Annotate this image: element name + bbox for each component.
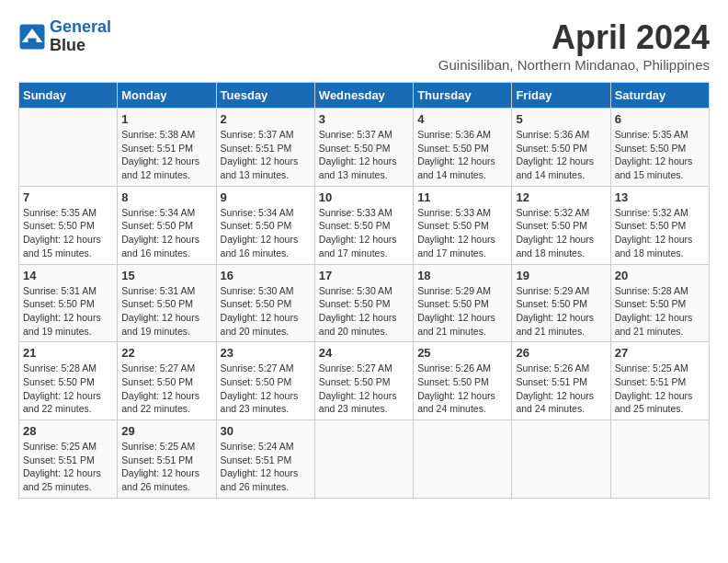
day-number: 20	[615, 269, 705, 282]
calendar-cell: 2 Sunrise: 5:37 AMSunset: 5:51 PMDayligh…	[216, 109, 314, 187]
day-number: 23	[221, 346, 311, 360]
calendar-cell: 15 Sunrise: 5:31 AMSunset: 5:50 PMDaylig…	[118, 264, 216, 342]
month-title: April 2024	[438, 18, 710, 57]
day-number: 16	[221, 269, 311, 282]
calendar-cell: 5 Sunrise: 5:36 AMSunset: 5:50 PMDayligh…	[512, 109, 610, 187]
day-number: 24	[319, 346, 409, 360]
day-info: Sunrise: 5:27 AMSunset: 5:50 PMDaylight:…	[221, 362, 311, 416]
day-number: 30	[221, 424, 311, 438]
day-info: Sunrise: 5:37 AMSunset: 5:50 PMDaylight:…	[319, 128, 409, 182]
calendar-cell: 19 Sunrise: 5:29 AMSunset: 5:50 PMDaylig…	[512, 264, 610, 342]
day-info: Sunrise: 5:31 AMSunset: 5:50 PMDaylight:…	[23, 284, 113, 339]
day-info: Sunrise: 5:37 AMSunset: 5:51 PMDaylight:…	[221, 128, 311, 182]
calendar-cell	[610, 420, 709, 499]
calendar-cell: 7 Sunrise: 5:35 AMSunset: 5:50 PMDayligh…	[19, 186, 118, 264]
day-info: Sunrise: 5:24 AMSunset: 5:51 PMDaylight:…	[221, 440, 311, 494]
logo: General Blue	[18, 18, 111, 55]
day-number: 22	[121, 346, 211, 360]
day-info: Sunrise: 5:30 AMSunset: 5:50 PMDaylight:…	[319, 284, 409, 339]
day-info: Sunrise: 5:32 AMSunset: 5:50 PMDaylight:…	[516, 206, 606, 260]
calendar-cell: 17 Sunrise: 5:30 AMSunset: 5:50 PMDaylig…	[314, 264, 413, 342]
day-info: Sunrise: 5:35 AMSunset: 5:50 PMDaylight:…	[23, 206, 113, 260]
day-info: Sunrise: 5:35 AMSunset: 5:50 PMDaylight:…	[615, 128, 705, 182]
calendar-week-row: 14 Sunrise: 5:31 AMSunset: 5:50 PMDaylig…	[19, 264, 710, 342]
weekday-header-cell: Thursday	[414, 83, 512, 109]
day-number: 12	[516, 190, 606, 204]
logo-icon	[18, 23, 46, 51]
calendar-week-row: 28 Sunrise: 5:25 AMSunset: 5:51 PMDaylig…	[19, 420, 710, 499]
calendar-cell: 12 Sunrise: 5:32 AMSunset: 5:50 PMDaylig…	[512, 186, 610, 264]
day-info: Sunrise: 5:26 AMSunset: 5:50 PMDaylight:…	[417, 362, 507, 416]
day-number: 6	[615, 112, 705, 126]
logo-text: General Blue	[50, 18, 111, 55]
calendar-cell	[414, 420, 512, 499]
day-info: Sunrise: 5:29 AMSunset: 5:50 PMDaylight:…	[417, 284, 507, 339]
day-info: Sunrise: 5:27 AMSunset: 5:50 PMDaylight:…	[319, 362, 409, 416]
day-info: Sunrise: 5:36 AMSunset: 5:50 PMDaylight:…	[516, 128, 606, 182]
day-info: Sunrise: 5:34 AMSunset: 5:50 PMDaylight:…	[221, 206, 311, 260]
page-header: General Blue April 2024 Guinisiliban, No…	[18, 18, 710, 73]
day-number: 26	[516, 346, 606, 360]
weekday-header-cell: Tuesday	[216, 83, 314, 109]
day-number: 5	[516, 112, 606, 126]
calendar-cell: 3 Sunrise: 5:37 AMSunset: 5:50 PMDayligh…	[314, 109, 413, 187]
day-info: Sunrise: 5:32 AMSunset: 5:50 PMDaylight:…	[615, 206, 705, 260]
calendar-cell: 10 Sunrise: 5:33 AMSunset: 5:50 PMDaylig…	[314, 186, 413, 264]
calendar-week-row: 7 Sunrise: 5:35 AMSunset: 5:50 PMDayligh…	[19, 186, 710, 264]
day-info: Sunrise: 5:38 AMSunset: 5:51 PMDaylight:…	[121, 128, 211, 182]
day-number: 27	[615, 346, 705, 360]
title-section: April 2024 Guinisiliban, Northern Mindan…	[438, 18, 710, 73]
day-number: 1	[121, 112, 211, 126]
calendar-cell: 9 Sunrise: 5:34 AMSunset: 5:50 PMDayligh…	[216, 186, 314, 264]
day-number: 14	[23, 269, 113, 282]
day-info: Sunrise: 5:33 AMSunset: 5:50 PMDaylight:…	[417, 206, 507, 260]
day-info: Sunrise: 5:28 AMSunset: 5:50 PMDaylight:…	[23, 362, 113, 416]
day-number: 7	[23, 190, 113, 204]
day-info: Sunrise: 5:28 AMSunset: 5:50 PMDaylight:…	[615, 284, 705, 339]
day-number: 10	[319, 190, 409, 204]
calendar-cell	[314, 420, 413, 499]
calendar-cell: 18 Sunrise: 5:29 AMSunset: 5:50 PMDaylig…	[414, 264, 512, 342]
day-number: 8	[121, 190, 211, 204]
calendar-cell: 25 Sunrise: 5:26 AMSunset: 5:50 PMDaylig…	[414, 342, 512, 420]
day-number: 28	[23, 424, 113, 438]
weekday-header-cell: Wednesday	[314, 83, 413, 109]
day-number: 15	[121, 269, 211, 282]
day-info: Sunrise: 5:34 AMSunset: 5:50 PMDaylight:…	[121, 206, 211, 260]
day-number: 3	[319, 112, 409, 126]
weekday-header-row: SundayMondayTuesdayWednesdayThursdayFrid…	[19, 83, 710, 109]
calendar-table: SundayMondayTuesdayWednesdayThursdayFrid…	[18, 82, 710, 499]
day-info: Sunrise: 5:25 AMSunset: 5:51 PMDaylight:…	[23, 440, 113, 494]
day-info: Sunrise: 5:25 AMSunset: 5:51 PMDaylight:…	[615, 362, 705, 416]
calendar-cell: 14 Sunrise: 5:31 AMSunset: 5:50 PMDaylig…	[19, 264, 118, 342]
calendar-cell: 30 Sunrise: 5:24 AMSunset: 5:51 PMDaylig…	[216, 420, 314, 499]
calendar-cell	[19, 109, 118, 187]
day-number: 4	[417, 112, 507, 126]
weekday-header-cell: Saturday	[610, 83, 709, 109]
day-number: 29	[121, 424, 211, 438]
calendar-week-row: 21 Sunrise: 5:28 AMSunset: 5:50 PMDaylig…	[19, 342, 710, 420]
calendar-cell: 1 Sunrise: 5:38 AMSunset: 5:51 PMDayligh…	[118, 109, 216, 187]
calendar-cell: 27 Sunrise: 5:25 AMSunset: 5:51 PMDaylig…	[610, 342, 709, 420]
day-number: 2	[221, 112, 311, 126]
day-number: 18	[417, 269, 507, 282]
day-info: Sunrise: 5:36 AMSunset: 5:50 PMDaylight:…	[417, 128, 507, 182]
day-number: 9	[221, 190, 311, 204]
logo-line1: General	[50, 17, 111, 36]
calendar-cell: 11 Sunrise: 5:33 AMSunset: 5:50 PMDaylig…	[414, 186, 512, 264]
calendar-week-row: 1 Sunrise: 5:38 AMSunset: 5:51 PMDayligh…	[19, 109, 710, 187]
day-number: 19	[516, 269, 606, 282]
day-number: 21	[23, 346, 113, 360]
weekday-header-cell: Sunday	[19, 83, 118, 109]
calendar-cell: 6 Sunrise: 5:35 AMSunset: 5:50 PMDayligh…	[610, 109, 709, 187]
day-info: Sunrise: 5:29 AMSunset: 5:50 PMDaylight:…	[516, 284, 606, 339]
subtitle: Guinisiliban, Northern Mindanao, Philipp…	[438, 57, 710, 73]
day-number: 11	[417, 190, 507, 204]
calendar-cell: 8 Sunrise: 5:34 AMSunset: 5:50 PMDayligh…	[118, 186, 216, 264]
day-info: Sunrise: 5:25 AMSunset: 5:51 PMDaylight:…	[121, 440, 211, 494]
day-number: 25	[417, 346, 507, 360]
day-info: Sunrise: 5:27 AMSunset: 5:50 PMDaylight:…	[121, 362, 211, 416]
day-info: Sunrise: 5:30 AMSunset: 5:50 PMDaylight:…	[221, 284, 311, 339]
calendar-cell: 24 Sunrise: 5:27 AMSunset: 5:50 PMDaylig…	[314, 342, 413, 420]
calendar-cell: 13 Sunrise: 5:32 AMSunset: 5:50 PMDaylig…	[610, 186, 709, 264]
